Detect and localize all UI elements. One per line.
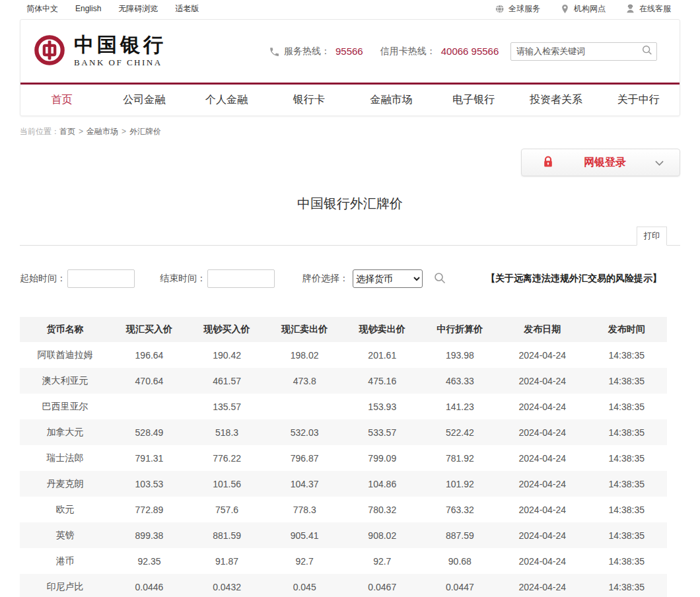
hotlines: 服务热线：95566 信用卡热线：40066 95566 xyxy=(269,46,499,57)
branch-locator-link[interactable]: 机构网点 xyxy=(560,3,606,15)
global-services-link[interactable]: 全球服务 xyxy=(495,3,540,15)
table-cell: 799.09 xyxy=(343,445,421,471)
print-button[interactable]: 打印 xyxy=(637,227,667,246)
table-cell: 193.98 xyxy=(421,342,499,368)
table-cell: 印尼卢比 xyxy=(20,574,110,597)
start-date-label: 起始时间： xyxy=(20,273,66,285)
topbar-link[interactable]: 无障碍浏览 xyxy=(118,4,158,13)
page-title: 中国银行外汇牌价 xyxy=(0,195,700,213)
nav-item[interactable]: 个人金融 xyxy=(186,93,268,107)
site-search xyxy=(510,42,657,61)
table-cell: 巴西里亚尔 xyxy=(20,394,110,419)
table-cell: 91.87 xyxy=(188,548,266,574)
risk-notice-link[interactable]: 【关于远离违法违规外汇交易的风险提示】 xyxy=(486,273,662,285)
column-header: 现钞卖出价 xyxy=(343,317,421,342)
table-cell: 153.93 xyxy=(343,394,421,419)
column-header: 中行折算价 xyxy=(421,317,499,342)
table-cell: 0.0446 xyxy=(110,574,188,597)
table-cell: 92.7 xyxy=(343,548,421,574)
table-cell: 2024-04-24 xyxy=(499,548,586,574)
nav-item[interactable]: 银行卡 xyxy=(267,93,350,107)
table-cell: 0.045 xyxy=(265,574,343,597)
credit-card-hotline-number: 40066 95566 xyxy=(441,46,499,57)
search-button[interactable] xyxy=(639,44,655,59)
end-date-label: 结束时间： xyxy=(160,273,206,285)
table-cell: 2024-04-24 xyxy=(499,497,586,522)
nav-item[interactable]: 投资者关系 xyxy=(515,93,598,107)
topbar-link[interactable]: English xyxy=(75,4,101,13)
globe-icon xyxy=(495,4,505,14)
table-cell: 英镑 xyxy=(20,522,110,548)
column-header: 现汇买入价 xyxy=(110,317,188,342)
bank-logo[interactable]: 中国银行 BANK OF CHINA xyxy=(34,34,166,69)
table-cell: 澳大利亚元 xyxy=(20,368,110,394)
table-cell: 14:38:35 xyxy=(586,394,667,419)
table-cell: 2024-04-24 xyxy=(499,368,586,394)
table-cell: 2024-04-24 xyxy=(499,419,586,445)
breadcrumb-prefix: 当前位置： xyxy=(20,127,59,136)
topbar-link[interactable]: 简体中文 xyxy=(26,4,58,13)
boc-emblem-icon xyxy=(34,34,65,69)
topbar-link[interactable]: 适老版 xyxy=(175,4,199,13)
breadcrumb-item[interactable]: 首页 xyxy=(59,127,75,136)
table-cell: 796.87 xyxy=(265,445,343,471)
lock-icon xyxy=(542,155,555,170)
rate-search-button[interactable] xyxy=(432,271,448,287)
start-date-input[interactable] xyxy=(67,269,135,288)
service-hotline-number: 95566 xyxy=(335,46,363,57)
table-cell: 887.59 xyxy=(421,522,499,548)
table-cell: 532.03 xyxy=(265,419,343,445)
search-input[interactable] xyxy=(510,42,657,61)
end-date-input[interactable] xyxy=(207,269,275,288)
table-cell: 908.02 xyxy=(343,522,421,548)
breadcrumb-item[interactable]: 外汇牌价 xyxy=(129,127,161,136)
nav-item[interactable]: 公司金融 xyxy=(103,93,186,107)
table-cell: 780.32 xyxy=(343,497,421,522)
exchange-rate-table: 货币名称现汇买入价现钞买入价现汇卖出价现钞卖出价中行折算价发布日期发布时间 阿联… xyxy=(20,317,667,597)
table-cell: 772.89 xyxy=(110,497,188,522)
breadcrumb-separator: > xyxy=(79,127,83,136)
currency-select[interactable]: 选择货币 xyxy=(353,269,423,288)
table-cell: 776.22 xyxy=(188,445,266,471)
ebanking-login-button[interactable]: 网银登录 xyxy=(521,149,680,176)
nav-item[interactable]: 首页 xyxy=(20,93,103,107)
table-cell: 14:38:35 xyxy=(586,419,667,445)
table-cell: 101.92 xyxy=(421,471,499,497)
table-cell: 2024-04-24 xyxy=(499,394,586,419)
site-header: 中国银行 BANK OF CHINA 服务热线：95566 信用卡热线：4006… xyxy=(20,19,680,116)
table-row: 丹麦克朗103.53101.56104.37104.86101.922024-0… xyxy=(20,471,667,497)
table-cell: 781.92 xyxy=(421,445,499,471)
table-cell: 2024-04-24 xyxy=(499,522,586,548)
table-header: 货币名称现汇买入价现钞买入价现汇卖出价现钞卖出价中行折算价发布日期发布时间 xyxy=(20,317,667,342)
table-row: 英镑899.38881.59905.41908.02887.592024-04-… xyxy=(20,522,667,548)
nav-item[interactable]: 关于中行 xyxy=(597,93,680,107)
table-cell: 778.3 xyxy=(265,497,343,522)
breadcrumb-item[interactable]: 金融市场 xyxy=(87,127,118,136)
table-cell: 757.6 xyxy=(188,497,266,522)
location-pin-icon xyxy=(560,4,570,14)
table-cell: 533.57 xyxy=(343,419,421,445)
table-cell: 14:38:35 xyxy=(586,548,667,574)
table-cell: 198.02 xyxy=(265,342,343,368)
logo-english-name: BANK OF CHINA xyxy=(74,57,166,68)
filter-bar: 起始时间： 结束时间： 牌价选择： 选择货币 【关于远离违法违规外汇交易的风险提… xyxy=(20,269,680,288)
global-services-label: 全球服务 xyxy=(508,3,540,15)
logo-text: 中国银行 BANK OF CHINA xyxy=(74,35,166,68)
online-service-link[interactable]: 在线客服 xyxy=(625,3,671,15)
rate-select-label: 牌价选择： xyxy=(302,273,349,285)
table-cell: 141.23 xyxy=(421,394,499,419)
table-cell: 475.16 xyxy=(343,368,421,394)
table-cell: 899.38 xyxy=(110,522,188,548)
column-header: 发布日期 xyxy=(499,317,586,342)
table-cell: 528.49 xyxy=(110,419,188,445)
table-cell: 14:38:35 xyxy=(586,342,667,368)
branch-locator-label: 机构网点 xyxy=(574,3,606,15)
nav-item[interactable]: 金融市场 xyxy=(350,93,433,107)
table-cell xyxy=(110,394,188,419)
table-cell: 0.0432 xyxy=(188,574,266,597)
table-cell: 463.33 xyxy=(421,368,499,394)
table-cell: 92.35 xyxy=(110,548,188,574)
topbar-left-links: 简体中文English无障碍浏览适老版 xyxy=(26,3,216,15)
nav-item[interactable]: 电子银行 xyxy=(433,93,515,107)
search-icon xyxy=(433,277,446,287)
